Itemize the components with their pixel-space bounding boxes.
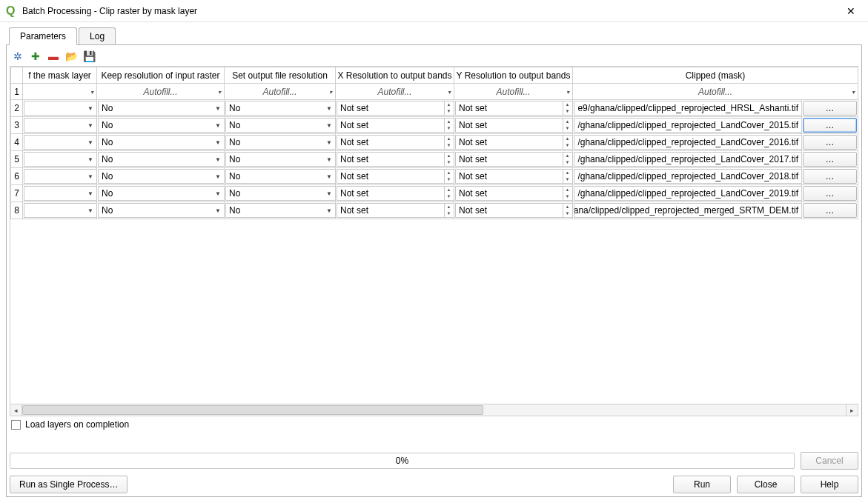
keep-resolution-combo[interactable]: No▼ (98, 135, 225, 150)
row-header[interactable]: 6 (11, 168, 23, 185)
help-button[interactable]: Help (801, 476, 858, 493)
col-header-yres[interactable]: Y Resolution to output bands (454, 67, 573, 84)
spin-up-icon[interactable]: ▲ (444, 187, 453, 193)
clipped-output-field[interactable]: /ghana/clipped/clipped_reprojected_LandC… (574, 135, 802, 150)
set-resolution-combo[interactable]: No▼ (225, 169, 336, 184)
scroll-thumb[interactable] (22, 405, 483, 415)
scroll-track[interactable] (22, 404, 846, 416)
row-header[interactable]: 5 (11, 151, 23, 168)
spin-down-icon[interactable]: ▼ (444, 193, 453, 200)
clipped-output-field[interactable]: /ghana/clipped/clipped_reprojected_LandC… (574, 118, 802, 133)
scroll-right-icon[interactable]: ▸ (846, 404, 858, 416)
run-single-button[interactable]: Run as Single Process… (10, 476, 127, 493)
x-resolution-input[interactable]: Not set▲▼ (337, 203, 454, 218)
y-resolution-input[interactable]: Not set▲▼ (455, 203, 573, 218)
mask-layer-combo[interactable]: ▼ (24, 135, 97, 150)
spin-down-icon[interactable]: ▼ (563, 125, 572, 132)
spin-down-icon[interactable]: ▼ (563, 108, 572, 115)
x-resolution-input[interactable]: Not set▲▼ (337, 169, 454, 184)
spin-down-icon[interactable]: ▼ (444, 159, 453, 166)
keep-resolution-combo[interactable]: No▼ (98, 152, 225, 167)
autofill-keep[interactable]: Autofill...▾ (97, 84, 225, 100)
spin-up-icon[interactable]: ▲ (563, 119, 572, 125)
cancel-button[interactable]: Cancel (801, 452, 858, 470)
set-resolution-combo[interactable]: No▼ (225, 118, 336, 133)
spin-up-icon[interactable]: ▲ (444, 101, 453, 108)
spin-up-icon[interactable]: ▲ (444, 136, 453, 142)
set-resolution-combo[interactable]: No▼ (225, 186, 336, 201)
spin-down-icon[interactable]: ▼ (563, 210, 572, 217)
row-header[interactable]: 8 (11, 202, 23, 219)
mask-layer-combo[interactable]: ▼ (24, 101, 97, 116)
clipped-output-field[interactable]: /ghana/clipped/clipped_reprojected_LandC… (574, 152, 802, 167)
spin-up-icon[interactable]: ▲ (563, 101, 572, 108)
spin-up-icon[interactable]: ▲ (563, 136, 572, 142)
browse-output-button[interactable]: … (803, 101, 857, 116)
row-header[interactable]: 2 (11, 100, 23, 117)
spin-down-icon[interactable]: ▼ (563, 159, 572, 166)
spin-up-icon[interactable]: ▲ (444, 204, 453, 210)
mask-layer-combo[interactable]: ▼ (24, 152, 97, 167)
spin-up-icon[interactable]: ▲ (444, 153, 453, 159)
browse-output-button[interactable]: … (803, 203, 857, 218)
y-resolution-input[interactable]: Not set▲▼ (455, 135, 573, 150)
spin-down-icon[interactable]: ▼ (444, 108, 453, 115)
row-header-1[interactable]: 1 (11, 84, 23, 100)
open-batch-icon[interactable]: 📂 (64, 50, 78, 63)
set-resolution-combo[interactable]: No▼ (225, 135, 336, 150)
autofill-clipped[interactable]: Autofill...▾ (573, 84, 858, 100)
browse-output-button[interactable]: … (803, 135, 857, 150)
horizontal-scrollbar[interactable]: ◂ ▸ (10, 404, 858, 416)
spin-up-icon[interactable]: ▲ (563, 153, 572, 159)
spin-up-icon[interactable]: ▲ (563, 187, 572, 193)
set-resolution-combo[interactable]: No▼ (225, 203, 336, 218)
add-row-icon[interactable]: ✚ (29, 50, 42, 63)
remove-row-icon[interactable]: ▬ (47, 50, 60, 63)
row-header[interactable]: 7 (11, 185, 23, 202)
tab-log[interactable]: Log (79, 27, 116, 45)
keep-resolution-combo[interactable]: No▼ (98, 203, 225, 218)
y-resolution-input[interactable]: Not set▲▼ (455, 118, 573, 133)
keep-resolution-combo[interactable]: No▼ (98, 101, 225, 116)
x-resolution-input[interactable]: Not set▲▼ (337, 186, 454, 201)
col-header-clipped[interactable]: Clipped (mask) (573, 67, 858, 84)
col-header-keep[interactable]: Keep resolution of input raster (97, 67, 225, 84)
mask-layer-combo[interactable]: ▼ (24, 203, 97, 218)
advanced-icon[interactable]: ✲ (11, 50, 24, 63)
mask-layer-combo[interactable]: ▼ (24, 118, 97, 133)
x-resolution-input[interactable]: Not set▲▼ (337, 118, 454, 133)
autofill-xres[interactable]: Autofill...▾ (336, 84, 454, 100)
row-header[interactable]: 3 (11, 117, 23, 134)
keep-resolution-combo[interactable]: No▼ (98, 118, 225, 133)
set-resolution-combo[interactable]: No▼ (225, 101, 336, 116)
keep-resolution-combo[interactable]: No▼ (98, 169, 225, 184)
mask-layer-combo[interactable]: ▼ (24, 169, 97, 184)
spin-down-icon[interactable]: ▼ (563, 142, 572, 149)
row-header[interactable]: 4 (11, 134, 23, 151)
spin-up-icon[interactable]: ▲ (563, 204, 572, 210)
spin-up-icon[interactable]: ▲ (563, 170, 572, 176)
y-resolution-input[interactable]: Not set▲▼ (455, 152, 573, 167)
x-resolution-input[interactable]: Not set▲▼ (337, 135, 454, 150)
y-resolution-input[interactable]: Not set▲▼ (455, 186, 573, 201)
clipped-output-field[interactable]: e9/ghana/clipped/clipped_reprojected_HRS… (574, 101, 802, 116)
spin-down-icon[interactable]: ▼ (444, 125, 453, 132)
autofill-setres[interactable]: Autofill...▾ (225, 84, 336, 100)
set-resolution-combo[interactable]: No▼ (225, 152, 336, 167)
spin-up-icon[interactable]: ▲ (444, 170, 453, 176)
tab-parameters[interactable]: Parameters (9, 27, 77, 45)
spin-up-icon[interactable]: ▲ (444, 119, 453, 125)
x-resolution-input[interactable]: Not set▲▼ (337, 101, 454, 116)
mask-layer-combo[interactable]: ▼ (24, 186, 97, 201)
autofill-yres[interactable]: Autofill...▾ (454, 84, 573, 100)
spin-down-icon[interactable]: ▼ (563, 176, 572, 183)
clipped-output-field[interactable]: ana/clipped/clipped_reprojected_merged_S… (574, 203, 802, 218)
spin-down-icon[interactable]: ▼ (444, 142, 453, 149)
close-button[interactable]: Close (737, 476, 795, 493)
y-resolution-input[interactable]: Not set▲▼ (455, 169, 573, 184)
col-header-setres[interactable]: Set output file resolution (225, 67, 336, 84)
clipped-output-field[interactable]: /ghana/clipped/clipped_reprojected_LandC… (574, 169, 802, 184)
browse-output-button[interactable]: … (803, 186, 857, 201)
autofill-mask[interactable]: ▾ (23, 84, 97, 100)
clipped-output-field[interactable]: /ghana/clipped/clipped_reprojected_LandC… (574, 186, 802, 201)
